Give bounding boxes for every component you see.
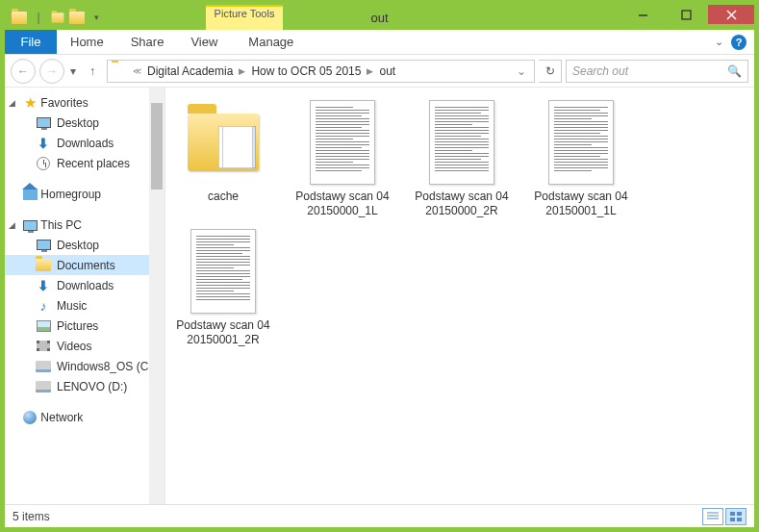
nav-item-recent[interactable]: Recent places <box>5 153 164 173</box>
navigation-pane: ◢★ Favorites Desktop ⬇Downloads Recent p… <box>5 88 165 504</box>
network-icon <box>22 410 38 425</box>
minimize-button[interactable] <box>621 5 665 24</box>
svg-rect-9 <box>730 518 735 521</box>
tab-home[interactable]: Home <box>57 30 117 54</box>
image-thumbnail <box>538 99 624 186</box>
details-view-button[interactable] <box>702 508 723 525</box>
thumbnails-view-button[interactable] <box>725 508 746 525</box>
folder-item[interactable]: cache <box>173 99 273 218</box>
folder-icon <box>180 99 266 186</box>
folder-icon[interactable] <box>11 9 28 26</box>
nav-group-network[interactable]: Network <box>5 408 164 427</box>
nav-item-music[interactable]: ♪Music <box>5 295 164 316</box>
pictures-icon <box>36 318 51 334</box>
video-icon <box>36 339 51 354</box>
status-bar: 5 items <box>5 504 754 527</box>
disk-icon <box>36 379 51 394</box>
image-thumbnail <box>299 99 386 186</box>
qat-dropdown-icon[interactable]: ▾ <box>88 9 105 26</box>
qat-separator: | <box>30 9 47 26</box>
svg-rect-8 <box>737 512 742 516</box>
nav-item-videos[interactable]: Videos <box>5 336 164 356</box>
new-folder-icon[interactable] <box>68 9 86 26</box>
nav-group-homegroup[interactable]: Homegroup <box>5 185 164 204</box>
search-input[interactable]: Search out 🔍 <box>566 60 748 83</box>
item-label: Podstawy scan 04 20150001_2R <box>173 318 273 347</box>
expand-ribbon-icon[interactable]: ⌄ <box>715 36 723 48</box>
help-icon[interactable]: ? <box>731 35 746 50</box>
chevron-right-icon[interactable]: ▶ <box>237 66 247 76</box>
collapse-icon[interactable]: ◢ <box>9 98 15 108</box>
location-icon <box>112 63 129 80</box>
file-item[interactable]: Podstawy scan 04 20150001_1L <box>531 99 631 218</box>
explorer-window: | ▾ Picture Tools out File Home Share Vi… <box>4 4 755 528</box>
nav-item-drive-d[interactable]: LENOVO (D:) <box>5 376 164 396</box>
nav-item-downloads[interactable]: ⬇Downloads <box>5 133 164 153</box>
nav-item-desktop[interactable]: Desktop <box>5 113 164 133</box>
breadcrumb-item[interactable]: out <box>375 64 399 78</box>
image-thumbnail <box>418 99 505 186</box>
star-icon: ★ <box>22 95 38 111</box>
quick-access-toolbar: | ▾ <box>5 9 105 26</box>
music-icon: ♪ <box>36 298 51 314</box>
nav-item-documents[interactable]: Documents <box>5 255 164 275</box>
svg-rect-1 <box>682 11 691 19</box>
refresh-button[interactable]: ↻ <box>539 60 562 83</box>
collapse-icon[interactable]: ◢ <box>9 220 15 230</box>
clock-icon <box>36 156 51 171</box>
ribbon: File Home Share View Manage ⌄ ? <box>5 30 754 55</box>
breadcrumb-item[interactable]: Digital Academia <box>143 64 237 78</box>
item-label: Podstawy scan 04 20150001_1L <box>531 190 631 218</box>
file-item[interactable]: Podstawy scan 04 20150000_2R <box>412 99 512 218</box>
scrollbar-thumb[interactable] <box>151 103 163 190</box>
chevron-right-icon[interactable]: ≪ <box>131 66 143 76</box>
window-controls <box>621 5 754 30</box>
desktop-icon <box>36 238 51 253</box>
nav-item-downloads[interactable]: ⬇Downloads <box>5 275 164 295</box>
chevron-right-icon[interactable]: ▶ <box>365 66 375 76</box>
nav-item-pictures[interactable]: Pictures <box>5 316 164 336</box>
breadcrumb[interactable]: ≪ Digital Academia ▶ How to OCR 05 2015 … <box>107 60 535 83</box>
close-button[interactable] <box>708 5 754 24</box>
search-placeholder: Search out <box>572 64 727 78</box>
item-label: Podstawy scan 04 20150000_2R <box>412 190 512 218</box>
view-toggles <box>702 508 746 525</box>
titlebar: | ▾ Picture Tools out <box>5 5 754 30</box>
forward-button[interactable]: → <box>39 59 64 84</box>
recent-locations-dropdown[interactable]: ▾ <box>68 64 78 78</box>
breadcrumb-dropdown-icon[interactable]: ⌄ <box>511 64 532 78</box>
tab-view[interactable]: View <box>177 30 231 54</box>
nav-item-desktop[interactable]: Desktop <box>5 235 164 255</box>
nav-group-this-pc[interactable]: ◢ This PC <box>5 215 164 235</box>
homegroup-icon <box>22 187 38 202</box>
tab-share[interactable]: Share <box>117 30 178 54</box>
folder-icon <box>36 258 51 273</box>
file-tab[interactable]: File <box>5 30 57 54</box>
svg-rect-10 <box>737 518 742 521</box>
computer-icon <box>22 217 38 233</box>
downloads-icon: ⬇ <box>36 136 51 151</box>
file-item[interactable]: Podstawy scan 04 20150001_2R <box>173 228 273 347</box>
nav-item-drive-c[interactable]: Windows8_OS (C:) <box>5 356 164 376</box>
desktop-icon <box>36 115 51 131</box>
file-item[interactable]: Podstawy scan 04 20150000_1L <box>292 99 392 218</box>
content-pane[interactable]: cache Podstawy scan 04 20150000_1L Podst… <box>165 88 754 504</box>
breadcrumb-item[interactable]: How to OCR 05 2015 <box>247 64 365 78</box>
contextual-tab-group: Picture Tools <box>206 5 283 30</box>
status-item-count: 5 items <box>13 510 702 523</box>
nav-group-favorites[interactable]: ◢★ Favorites <box>5 93 164 113</box>
maximize-button[interactable] <box>665 5 708 24</box>
nav-scrollbar[interactable] <box>149 88 164 504</box>
item-label: cache <box>208 190 239 204</box>
up-button[interactable]: ↑ <box>82 61 103 82</box>
image-thumbnail <box>180 228 266 315</box>
svg-rect-7 <box>730 512 735 516</box>
address-bar: ← → ▾ ↑ ≪ Digital Academia ▶ How to OCR … <box>5 55 754 88</box>
tab-manage[interactable]: Manage <box>235 30 307 54</box>
properties-icon[interactable] <box>49 9 66 26</box>
body: ◢★ Favorites Desktop ⬇Downloads Recent p… <box>5 88 754 504</box>
back-button[interactable]: ← <box>11 59 36 84</box>
search-icon: 🔍 <box>727 64 742 78</box>
downloads-icon: ⬇ <box>36 278 51 293</box>
disk-icon <box>36 359 51 374</box>
